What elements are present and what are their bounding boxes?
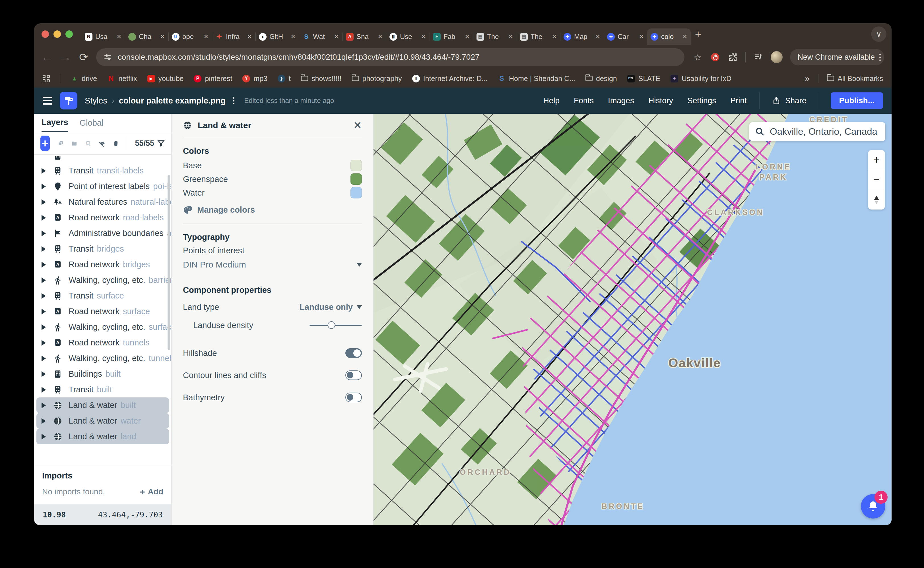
- tab-layers[interactable]: Layers: [41, 114, 68, 132]
- expand-arrow-icon[interactable]: [41, 293, 46, 299]
- expand-arrow-icon[interactable]: [41, 262, 46, 267]
- new-tab-button[interactable]: +: [691, 27, 706, 41]
- layer-row[interactable]: ARoad networktunnels: [36, 335, 169, 350]
- group-folder-icon[interactable]: [71, 139, 77, 148]
- bookmark-item[interactable]: ❯t: [278, 74, 291, 83]
- close-window-button[interactable]: [41, 30, 49, 38]
- layer-row[interactable]: Transitbuilt: [36, 382, 169, 397]
- layer-row[interactable]: ARoad networkbridges: [36, 257, 169, 272]
- browser-tab[interactable]: SWat✕: [299, 29, 342, 45]
- layer-row[interactable]: Transitbridges: [36, 241, 169, 257]
- bookmark-item[interactable]: photography: [352, 74, 402, 83]
- layer-row[interactable]: Buildingsbuilt: [36, 366, 169, 382]
- scrollbar-thumb[interactable]: [168, 175, 170, 350]
- expand-arrow-icon[interactable]: [41, 371, 46, 377]
- all-bookmarks-button[interactable]: All Bookmarks: [827, 74, 883, 83]
- expand-arrow-icon[interactable]: [41, 231, 46, 236]
- bookmark-item[interactable]: ✦Usability for IxD: [671, 74, 732, 83]
- search-input[interactable]: Oakville, Ontario, Canada: [770, 126, 877, 137]
- layer-row[interactable]: Land & waterland: [36, 429, 169, 444]
- bookmark-item[interactable]: Nnetflix: [107, 74, 137, 83]
- browser-tab[interactable]: ASna✕: [342, 29, 386, 45]
- toggle-switch[interactable]: [345, 348, 362, 358]
- zoom-in-button[interactable]: +: [868, 150, 885, 170]
- map-canvas[interactable]: CREDITLORNEPARKCLARKSONOakvilleORCHARDBR…: [374, 114, 892, 525]
- tab-close-icon[interactable]: ✕: [117, 33, 121, 40]
- toggle-switch[interactable]: [345, 370, 362, 380]
- layer-row[interactable]: Land & waterbuilt: [36, 397, 169, 413]
- tab-search-chevron-icon[interactable]: ∨: [871, 26, 886, 42]
- expand-arrow-icon[interactable]: [41, 215, 46, 221]
- studio-menu-help[interactable]: Help: [543, 96, 560, 105]
- layer-row-partial[interactable]: [36, 156, 169, 161]
- menu-hamburger-icon[interactable]: [43, 97, 52, 104]
- browser-tab[interactable]: Gope✕: [168, 29, 212, 45]
- bookmark-item[interactable]: SHome | Sheridan C...: [498, 74, 575, 83]
- bookmark-item[interactable]: D2LSLATE: [627, 74, 660, 83]
- layer-count[interactable]: 55/55: [135, 139, 165, 148]
- studio-menu-fonts[interactable]: Fonts: [574, 96, 594, 105]
- expand-arrow-icon[interactable]: [41, 168, 46, 174]
- studio-menu-images[interactable]: Images: [608, 96, 634, 105]
- toggle-switch[interactable]: [345, 393, 362, 402]
- minimize-window-button[interactable]: [53, 30, 61, 38]
- browser-tab[interactable]: ✦colo✕: [647, 29, 691, 45]
- layer-row[interactable]: Administrative boundariesadmin: [36, 225, 169, 241]
- bookmark-item[interactable]: ▶youtube: [147, 74, 184, 83]
- expand-arrow-icon[interactable]: [41, 356, 46, 361]
- bookmark-item[interactable]: ⅢInternet Archive: D...: [412, 74, 488, 83]
- expand-arrow-icon[interactable]: [41, 418, 46, 424]
- breadcrumb-filename[interactable]: colour palette example.png: [119, 96, 226, 106]
- slider-thumb[interactable]: [328, 321, 335, 329]
- studio-menu-print[interactable]: Print: [730, 96, 747, 105]
- expand-arrow-icon[interactable]: [41, 403, 46, 408]
- select-features-icon[interactable]: [85, 139, 91, 148]
- landuse-density-slider[interactable]: [309, 321, 362, 329]
- browser-tab[interactable]: ▤The✕: [517, 29, 560, 45]
- bookmark-item[interactable]: Ymp3: [242, 74, 267, 83]
- studio-menu-history[interactable]: History: [648, 96, 673, 105]
- tab-close-icon[interactable]: ✕: [595, 33, 600, 40]
- extensions-puzzle-icon[interactable]: [728, 52, 738, 62]
- bookmark-item[interactable]: shows!!!!!: [301, 74, 342, 83]
- expand-arrow-icon[interactable]: [41, 309, 46, 314]
- bookmarks-overflow-chevron[interactable]: »: [805, 74, 810, 83]
- expand-arrow-icon[interactable]: [41, 340, 46, 346]
- style-app-icon[interactable]: [60, 92, 77, 109]
- chrome-update-pill[interactable]: New Chrome available: [790, 49, 884, 65]
- browser-tab[interactable]: ⅢUse✕: [386, 29, 430, 45]
- color-swatch[interactable]: [350, 187, 362, 198]
- browser-tab[interactable]: Cha✕: [125, 29, 168, 45]
- profile-avatar[interactable]: [771, 51, 783, 63]
- apps-grid-icon[interactable]: [43, 75, 50, 82]
- manage-colors-button[interactable]: Manage colors: [183, 205, 362, 215]
- delete-layer-icon[interactable]: [113, 139, 119, 148]
- browser-tab[interactable]: FFab✕: [430, 29, 473, 45]
- land-type-select[interactable]: Landuse only: [300, 302, 362, 312]
- browser-tab[interactable]: NUsa✕: [81, 29, 125, 45]
- bookmark-item[interactable]: ▲drive: [71, 74, 97, 83]
- forward-icon[interactable]: →: [60, 52, 71, 62]
- layer-row[interactable]: Walking, cycling, etc.surface: [36, 319, 169, 335]
- duplicate-icon[interactable]: [58, 139, 64, 148]
- expand-arrow-icon[interactable]: [41, 324, 46, 330]
- layer-row[interactable]: Transittransit-labels: [36, 163, 169, 178]
- tab-global[interactable]: Global: [80, 114, 103, 132]
- bookmark-star-icon[interactable]: ☆: [692, 52, 703, 62]
- expand-arrow-icon[interactable]: [41, 278, 46, 283]
- tab-close-icon[interactable]: ✕: [639, 33, 644, 40]
- browser-menu-icon[interactable]: [879, 54, 881, 61]
- tab-close-icon[interactable]: ✕: [508, 33, 513, 40]
- browser-tab[interactable]: ✦Car✕: [604, 29, 647, 45]
- address-bar[interactable]: console.mapbox.com/studio/styles/monatgn…: [96, 48, 685, 66]
- layer-row[interactable]: Land & waterwater: [36, 413, 169, 429]
- color-swatch[interactable]: [350, 160, 362, 171]
- tab-close-icon[interactable]: ✕: [551, 33, 557, 40]
- compass-button[interactable]: [868, 190, 885, 210]
- expand-arrow-icon[interactable]: [41, 434, 46, 440]
- expand-arrow-icon[interactable]: [41, 184, 46, 189]
- tab-close-icon[interactable]: ✕: [291, 33, 295, 40]
- expand-arrow-icon[interactable]: [41, 246, 46, 252]
- color-swatch[interactable]: [350, 174, 362, 185]
- share-button[interactable]: Share: [759, 92, 819, 109]
